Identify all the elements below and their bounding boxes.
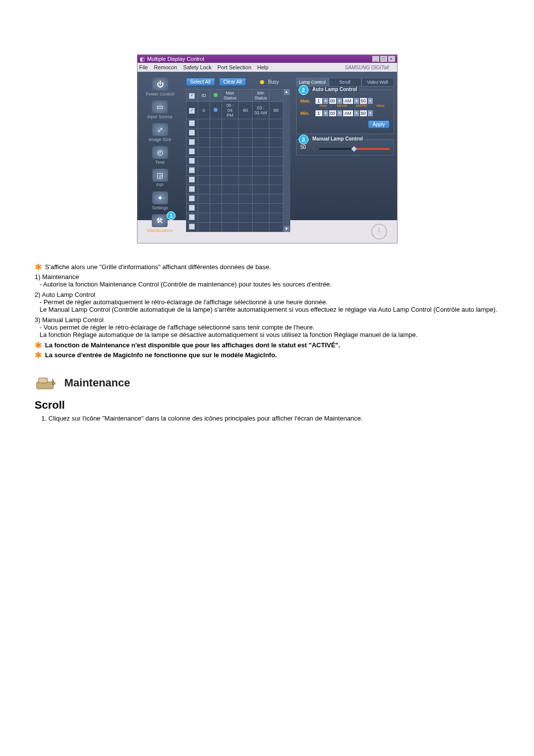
sidebar-item-maintenance[interactable]: 🛠 1 Maintenance <box>147 214 173 233</box>
table-row[interactable] <box>186 176 283 185</box>
table-row[interactable]: 0 05 : 04 PM 60 03 : 02 AM 80 <box>186 102 283 119</box>
manual-value: 50 <box>301 144 306 150</box>
max-hour-input[interactable]: 1 <box>315 98 322 104</box>
table-row[interactable] <box>186 204 283 213</box>
item-body: - Permet de régler automatiquement le ré… <box>40 298 499 313</box>
dropdown-icon[interactable]: ▾ <box>323 98 328 104</box>
row-checkbox-icon[interactable] <box>189 120 195 126</box>
table-row[interactable] <box>186 223 283 232</box>
sidebar-item-input-source[interactable]: ▭ Input Source <box>147 100 173 119</box>
list-item: 2) Auto Lamp Control - Permet de régler … <box>35 291 499 313</box>
max-label: Max. <box>301 98 314 103</box>
select-all-button[interactable]: Select All <box>186 78 215 86</box>
table-row[interactable] <box>186 129 283 138</box>
auto-lamp-title: Auto Lamp Control <box>311 87 359 92</box>
row-checkbox-icon[interactable] <box>189 177 195 183</box>
row-checkbox-icon[interactable] <box>189 224 195 230</box>
row-checkbox-icon[interactable] <box>189 205 195 211</box>
cell-id: 0 <box>198 102 210 119</box>
maximize-icon[interactable]: □ <box>380 56 387 62</box>
sidebar-item-image-size[interactable]: ⤢ Image Size <box>149 123 171 142</box>
tab-video-wall[interactable]: Video Wall <box>361 78 394 87</box>
row-checkbox-icon[interactable] <box>189 167 195 173</box>
table-row[interactable] <box>186 166 283 176</box>
scroll-down-icon[interactable]: ▼ <box>284 226 290 232</box>
lamp-header-icon <box>214 93 218 97</box>
auto-lamp-panel: 2 Auto Lamp Control Max. 1▾ 00▾ AM▾ 50▾ … <box>296 90 394 134</box>
table-row[interactable] <box>186 119 283 129</box>
dropdown-icon[interactable]: ▾ <box>368 110 373 116</box>
table-row[interactable] <box>186 213 283 223</box>
menu-remocon[interactable]: Remocon <box>154 64 177 70</box>
manual-lamp-slider[interactable] <box>319 148 390 150</box>
menu-file[interactable]: File <box>139 64 148 70</box>
header-checkbox-icon[interactable] <box>189 93 195 99</box>
col-min-status: Min Status <box>252 90 269 102</box>
row-lamp-icon <box>214 108 218 112</box>
min-ampm-input[interactable]: AM <box>343 110 353 116</box>
item-num: 1) <box>35 273 41 281</box>
row-checkbox-icon[interactable] <box>189 195 195 201</box>
row-checkbox-icon[interactable] <box>189 214 195 220</box>
sidebar-label: Settings <box>152 205 168 210</box>
dropdown-icon[interactable]: ▾ <box>323 110 328 116</box>
sub-value: Value <box>371 104 390 107</box>
table-row[interactable] <box>186 138 283 147</box>
minimize-icon[interactable]: _ <box>372 56 379 62</box>
min-hour-input[interactable]: 1 <box>315 110 322 116</box>
sidebar-item-settings[interactable]: ✦ Settings <box>152 191 168 210</box>
max-value-input[interactable]: 50 <box>360 98 367 104</box>
item-head: Manual Lamp Control <box>42 316 103 324</box>
menu-port-selection[interactable]: Port Selection <box>218 64 251 70</box>
item-num: 3) <box>35 316 41 324</box>
slider-thumb-icon[interactable] <box>351 146 356 151</box>
instruction-list: Cliquez sur l'icône "Maintenance" dans l… <box>48 415 499 422</box>
row-checkbox-icon[interactable] <box>189 130 195 136</box>
power-icon: ⏻ <box>152 78 168 91</box>
maintenance-icon: 🛠 <box>152 214 168 227</box>
close-icon[interactable]: × <box>388 56 395 62</box>
menu-help[interactable]: Help <box>257 64 268 70</box>
row-checkbox-icon[interactable] <box>189 186 195 192</box>
dropdown-icon[interactable]: ▾ <box>337 110 342 116</box>
star-bullet-icon: ✱ <box>35 341 42 349</box>
list-item: 1) Maintenance - Autorise la fonction Ma… <box>35 273 499 288</box>
row-checkbox-icon[interactable] <box>189 108 195 114</box>
row-checkbox-icon[interactable] <box>189 158 195 164</box>
min-minute-input[interactable]: 00 <box>329 110 336 116</box>
min-value-input[interactable]: 50 <box>360 110 367 116</box>
apply-button[interactable]: Apply <box>368 120 389 129</box>
table-row[interactable] <box>186 147 283 157</box>
col-checkbox[interactable] <box>186 90 198 102</box>
center-column: Select All Clear All Busy ID Max Status <box>183 72 293 220</box>
sidebar-label: Image Size <box>149 137 171 142</box>
svg-rect-1 <box>39 378 47 383</box>
sidebar-item-pip[interactable]: ◲ PIP <box>152 169 168 188</box>
cell-min-val: 80 <box>269 102 283 119</box>
sidebar-item-power-control[interactable]: ⏻ Power Control <box>146 78 174 96</box>
busy-indicator-icon <box>260 80 264 84</box>
title-bar: ◧ Multiple Display Control _ □ × <box>137 55 397 63</box>
grid-scrollbar[interactable]: ▲ ▼ <box>283 89 290 232</box>
manual-lamp-panel: 3 Manual Lamp Control 50 <box>296 139 394 155</box>
dropdown-icon[interactable]: ▾ <box>337 98 342 104</box>
clear-all-button[interactable]: Clear All <box>219 78 246 86</box>
sidebar-label: Maintenance <box>147 228 173 233</box>
warning-text: La fonction de Maintenance n'est disponi… <box>45 341 340 349</box>
table-row[interactable] <box>186 157 283 166</box>
menu-safety-lock[interactable]: Safety Lock <box>183 64 211 70</box>
alert-icon[interactable]: ! <box>371 224 387 239</box>
table-row[interactable] <box>186 194 283 204</box>
row-checkbox-icon[interactable] <box>189 148 195 154</box>
dropdown-icon[interactable]: ▾ <box>368 98 373 104</box>
tab-scroll[interactable]: Scroll <box>329 78 361 87</box>
sidebar-item-time[interactable]: ◴ Time <box>152 146 168 165</box>
maintenance-section-icon <box>35 374 57 392</box>
dropdown-icon[interactable]: ▾ <box>354 98 359 104</box>
scroll-up-icon[interactable]: ▲ <box>284 89 290 95</box>
dropdown-icon[interactable]: ▾ <box>354 110 359 116</box>
table-row[interactable] <box>186 185 283 194</box>
max-ampm-input[interactable]: AM <box>343 98 353 104</box>
max-minute-input[interactable]: 00 <box>329 98 336 104</box>
row-checkbox-icon[interactable] <box>189 139 195 145</box>
